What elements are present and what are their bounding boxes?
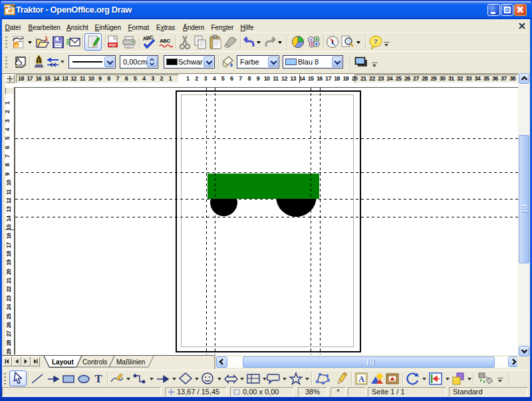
svg-text:ABC: ABC: [160, 38, 171, 44]
svg-text:A: A: [358, 374, 364, 384]
svg-text:PDF: PDF: [109, 43, 117, 47]
svg-text:T: T: [94, 372, 102, 385]
svg-text:?: ?: [374, 37, 378, 45]
